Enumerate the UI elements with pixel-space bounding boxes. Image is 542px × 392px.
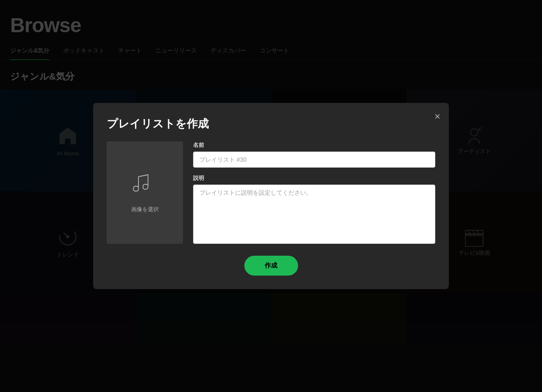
description-textarea[interactable] (193, 185, 435, 244)
description-label: 説明 (193, 174, 435, 182)
modal-overlay: × プレイリストを作成 画像を選択 名前 (0, 0, 542, 392)
name-form-group: 名前 (193, 141, 435, 168)
name-input[interactable] (193, 152, 435, 168)
image-selector-area[interactable]: 画像を選択 (107, 141, 183, 244)
page-container: Browse ジャンル&気分 ポッドキャスト チャート ニューリリース ディスカ… (0, 0, 542, 344)
music-note-icon (132, 172, 158, 197)
create-playlist-modal: × プレイリストを作成 画像を選択 名前 (93, 103, 449, 289)
form-section: 名前 説明 (193, 141, 435, 244)
description-form-group: 説明 (193, 174, 435, 244)
modal-footer: 作成 (107, 256, 435, 276)
modal-title: プレイリストを作成 (107, 116, 435, 131)
modal-body: 画像を選択 名前 説明 (107, 141, 435, 244)
name-label: 名前 (193, 141, 435, 149)
image-selector-label: 画像を選択 (131, 206, 159, 213)
modal-close-button[interactable]: × (433, 110, 442, 123)
create-playlist-button[interactable]: 作成 (244, 256, 298, 276)
